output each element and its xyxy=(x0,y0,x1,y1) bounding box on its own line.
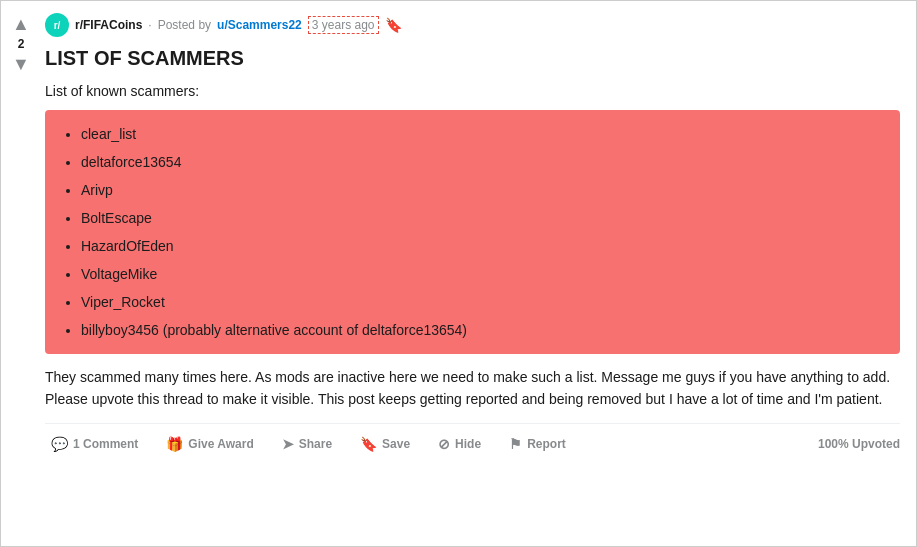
post-title: LIST OF SCAMMERS xyxy=(45,45,900,71)
vote-column: ▲ 2 ▼ xyxy=(1,1,41,546)
downvote-button[interactable]: ▼ xyxy=(12,55,30,73)
share-button[interactable]: ➤ Share xyxy=(276,432,338,456)
post-header: r/ r/FIFACoins · Posted by u/Scammers22 … xyxy=(45,13,900,37)
posted-by-label: Posted by xyxy=(158,18,211,32)
scammer-list-box: clear_list deltaforce13654 Arivp BoltEsc… xyxy=(45,110,900,354)
list-item: Arivp xyxy=(81,176,884,204)
give-award-button[interactable]: 🎁 Give Award xyxy=(160,432,259,456)
upvote-percentage: 100% Upvoted xyxy=(818,437,900,451)
post-body: List of known scammers: clear_list delta… xyxy=(45,81,900,354)
username[interactable]: u/Scammers22 xyxy=(217,18,302,32)
vote-count: 2 xyxy=(18,37,25,51)
comment-button[interactable]: 💬 1 Comment xyxy=(45,432,144,456)
hide-label: Hide xyxy=(455,437,481,451)
hide-button[interactable]: ⊘ Hide xyxy=(432,432,487,456)
list-item: HazardOfEden xyxy=(81,232,884,260)
list-item: VoltageMike xyxy=(81,260,884,288)
save-label: Save xyxy=(382,437,410,451)
post-description: They scammed many times here. As mods ar… xyxy=(45,366,900,411)
post-content: r/ r/FIFACoins · Posted by u/Scammers22 … xyxy=(41,1,916,546)
upvote-button[interactable]: ▲ xyxy=(12,15,30,33)
report-label: Report xyxy=(527,437,566,451)
post-container: ▲ 2 ▼ r/ r/FIFACoins · Posted by u/Scamm… xyxy=(0,0,917,547)
list-item: Viper_Rocket xyxy=(81,288,884,316)
comment-label: 1 Comment xyxy=(73,437,138,451)
hide-icon: ⊘ xyxy=(438,436,450,452)
list-item: deltaforce13654 xyxy=(81,148,884,176)
list-item: billyboy3456 (probably alternative accou… xyxy=(81,316,884,344)
award-label: Give Award xyxy=(188,437,253,451)
list-item: BoltEscape xyxy=(81,204,884,232)
share-icon: ➤ xyxy=(282,436,294,452)
award-icon: 🎁 xyxy=(166,436,183,452)
report-icon: ⚑ xyxy=(509,436,522,452)
action-bar: 💬 1 Comment 🎁 Give Award ➤ Share 🔖 Save … xyxy=(45,423,900,464)
post-timestamp: 3 years ago xyxy=(308,16,379,34)
bookmark-icon[interactable]: 🔖 xyxy=(385,17,402,33)
list-item: clear_list xyxy=(81,120,884,148)
list-intro: List of known scammers: xyxy=(45,81,900,102)
subreddit-name[interactable]: r/FIFACoins xyxy=(75,18,142,32)
share-label: Share xyxy=(299,437,332,451)
scammer-list: clear_list deltaforce13654 Arivp BoltEsc… xyxy=(61,120,884,344)
save-icon: 🔖 xyxy=(360,436,377,452)
save-button[interactable]: 🔖 Save xyxy=(354,432,416,456)
comment-icon: 💬 xyxy=(51,436,68,452)
report-button[interactable]: ⚑ Report xyxy=(503,432,572,456)
separator: · xyxy=(148,18,151,32)
subreddit-icon: r/ xyxy=(45,13,69,37)
